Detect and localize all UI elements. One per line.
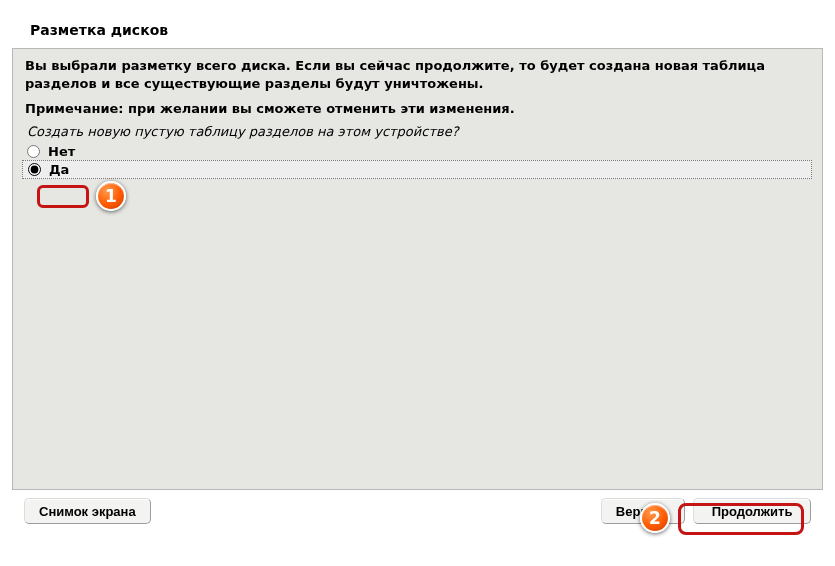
option-no-row[interactable]: Нет	[23, 143, 812, 160]
continue-button[interactable]: Продолжить	[693, 498, 811, 524]
radio-no-label: Нет	[48, 144, 75, 159]
question-text: Создать новую пустую таблицу разделов на…	[23, 124, 812, 143]
radio-yes-label: Да	[49, 162, 69, 177]
warning-message: Вы выбрали разметку всего диска. Если вы…	[23, 55, 812, 98]
dialog-window: Разметка дисков Вы выбрали разметку всег…	[0, 0, 835, 534]
content-panel: Вы выбрали разметку всего диска. Если вы…	[12, 48, 823, 490]
note-message: Примечание: при желании вы сможете отмен…	[23, 98, 812, 124]
radio-yes[interactable]	[28, 163, 41, 176]
footer-bar: Снимок экрана Вернуть Продолжить	[12, 490, 823, 534]
radio-no[interactable]	[27, 145, 40, 158]
option-yes-row[interactable]: Да	[22, 160, 812, 179]
dialog-title: Разметка дисков	[12, 10, 823, 48]
back-button[interactable]: Вернуть	[601, 498, 685, 524]
screenshot-button[interactable]: Снимок экрана	[24, 498, 151, 524]
